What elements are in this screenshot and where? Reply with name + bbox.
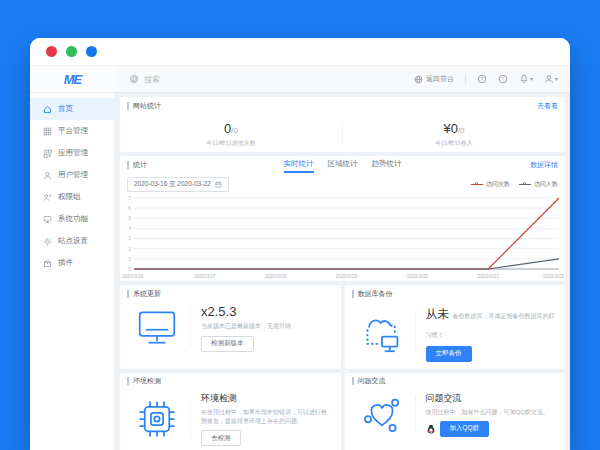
legend-label: 访问人数: [534, 180, 558, 189]
app-header: ME 搜索 返回前台: [30, 66, 570, 93]
overview-stats: 0/0 今日/昨日浏览次数 ¥0/0 今日/昨日收入: [120, 114, 565, 152]
home-icon: [43, 105, 52, 114]
svg-text:1: 1: [128, 257, 131, 262]
card-header: 系统更新: [120, 285, 341, 302]
env-desc: 在使用过程中，如果出现未知错误，可以进行检测修复，提前排查环境上存在的问题。: [201, 408, 333, 426]
portal-button[interactable]: 返回前台: [414, 74, 454, 84]
sidebar-item-platform[interactable]: 平台管理: [30, 120, 114, 142]
sidebar-item-label: 平台管理: [58, 126, 88, 136]
monitor-icon: [43, 215, 52, 224]
environment-check-card: 环境检测 环境: [120, 373, 341, 450]
sidebar-item-apps[interactable]: 应用管理: [30, 142, 114, 164]
stat-income: ¥0/0 今日/昨日收入: [343, 119, 565, 148]
svg-text:2020/3/17: 2020/3/17: [194, 274, 216, 279]
qq-group-card: 问题交流 问题交流: [345, 373, 566, 450]
date-range-text: 2020-03-16 至 2020-03-22: [134, 180, 211, 189]
sidebar-item-label: 站点设置: [58, 236, 88, 246]
vertical-divider: [415, 395, 416, 433]
sidebar-item-label: 系统功能: [58, 214, 88, 224]
qq-card-body: 问题交流 使用过程中，如有什么问题，可加QQ群交流。 加入QQ群: [345, 390, 566, 444]
app-logo[interactable]: ME: [30, 66, 115, 92]
sidebar-item-label: 插件: [58, 258, 73, 268]
qq-heading: 问题交流: [426, 392, 558, 405]
stat-visits: 0/0 今日/昨日浏览次数: [120, 119, 342, 148]
svg-text:2020/3/20: 2020/3/20: [406, 274, 428, 279]
svg-text:2020/3/16: 2020/3/16: [122, 274, 144, 279]
browser-window: ME 搜索 返回前台: [30, 38, 570, 450]
run-check-button[interactable]: 去检测: [201, 430, 241, 446]
sidebar-item-label: 权限组: [58, 192, 81, 202]
svg-text:3: 3: [128, 236, 131, 241]
line-marker-icon: [519, 182, 531, 188]
sidebar-item-label: 用户管理: [58, 170, 88, 180]
date-range-picker[interactable]: 2020-03-16 至 2020-03-22: [127, 177, 229, 192]
caret-down-icon: ▾: [555, 76, 558, 82]
card-header: 数据库备份: [345, 285, 566, 302]
search-input[interactable]: 搜索: [115, 66, 414, 92]
traffic-light-close-button[interactable]: [46, 46, 57, 57]
notifications-menu[interactable]: ▾: [519, 74, 533, 84]
user-menu[interactable]: ▾: [544, 74, 558, 84]
help-button[interactable]: ?: [477, 74, 487, 84]
qq-card-text: 问题交流 使用过程中，如有什么问题，可加QQ群交流。 加入QQ群: [426, 392, 558, 437]
sidebar-item-users[interactable]: 用户管理: [30, 164, 114, 186]
sidebar-item-plugins[interactable]: 插件: [30, 252, 114, 274]
overview-card: 网站统计 去看看 0/0 今日/昨日浏览次数 ¥0/0 今日/昨日收入: [120, 97, 565, 152]
svg-text:5: 5: [128, 216, 131, 221]
check-update-button[interactable]: 检测新版本: [201, 336, 254, 352]
traffic-line-chart: 012345672020/3/162020/3/172020/3/182020/…: [121, 193, 565, 281]
chart-legend: 访问次数 访问人数: [471, 180, 558, 189]
backup-card-text: 从未备份数据库，养成定期备份数据库的好习惯！ 立即备份: [426, 304, 558, 362]
version-number: x2.5.3: [201, 304, 333, 319]
header-divider: [465, 74, 466, 85]
calendar-icon: [215, 181, 222, 188]
vertical-divider: [190, 309, 191, 347]
overview-more-link[interactable]: 去看看: [537, 101, 558, 111]
tab-realtime[interactable]: 实时统计: [284, 156, 314, 173]
card-header: 环境检测: [120, 373, 341, 390]
backup-now-button[interactable]: 立即备份: [426, 346, 472, 362]
tab-trend[interactable]: 趋势统计: [372, 156, 402, 173]
svg-text:!: !: [502, 76, 503, 82]
analytics-tabs: 实时统计 区域统计 趋势统计: [120, 156, 565, 173]
backup-card-title: 数据库备份: [358, 289, 393, 299]
analytics-card-header: 统计 实时统计 区域统计 趋势统计 数据详情: [120, 156, 565, 173]
title-accent-bar: [127, 102, 129, 110]
cards-row-1: 系统更新 x2.5.3: [120, 285, 565, 369]
apps-icon: [43, 149, 52, 158]
monitor-illustration-icon: [124, 309, 190, 347]
svg-text:2020/3/18: 2020/3/18: [264, 274, 286, 279]
caret-down-icon: ▾: [530, 76, 533, 82]
title-accent-bar: [127, 377, 129, 385]
analytics-card: 统计 实时统计 区域统计 趋势统计 数据详情 2020-03-16 至 2020…: [120, 156, 565, 281]
sidebar-item-label: 首页: [58, 104, 73, 114]
legend-item-visits[interactable]: 访问次数: [471, 180, 510, 189]
legend-item-visitors[interactable]: 访问人数: [519, 180, 558, 189]
sidebar-item-settings[interactable]: 站点设置: [30, 230, 114, 252]
grid-icon: [43, 127, 52, 136]
cpu-chip-icon: [124, 398, 190, 440]
cards-row-2: 环境检测 环境: [120, 373, 565, 450]
gear-icon: [43, 237, 52, 246]
qq-desc: 使用过程中，如有什么问题，可加QQ群交流。: [426, 408, 558, 417]
user-icon: [544, 74, 554, 84]
stat-label: 今日/昨日浏览次数: [120, 139, 342, 148]
sidebar-item-system[interactable]: 系统功能: [30, 208, 114, 230]
search-placeholder: 搜索: [144, 74, 160, 85]
traffic-light-maximize-button[interactable]: [86, 46, 97, 57]
info-icon: !: [498, 74, 508, 84]
role-icon: [43, 193, 52, 202]
sidebar-item-roles[interactable]: 权限组: [30, 186, 114, 208]
chart-toolbar: 2020-03-16 至 2020-03-22 访问次数 访问人数: [120, 173, 565, 193]
traffic-light-minimize-button[interactable]: [66, 46, 77, 57]
header-actions: 返回前台 ? !: [414, 66, 570, 92]
overview-card-header: 网站统计 去看看: [120, 97, 565, 114]
system-update-card: 系统更新 x2.5.3: [120, 285, 341, 369]
tab-region[interactable]: 区域统计: [328, 156, 358, 173]
info-button[interactable]: !: [498, 74, 508, 84]
sidebar-item-home[interactable]: 首页: [30, 98, 114, 120]
join-qq-button[interactable]: 加入QQ群: [440, 421, 490, 437]
stat-value: ¥0: [443, 121, 457, 136]
title-accent-bar: [127, 290, 129, 298]
env-card-title: 环境检测: [133, 376, 161, 386]
